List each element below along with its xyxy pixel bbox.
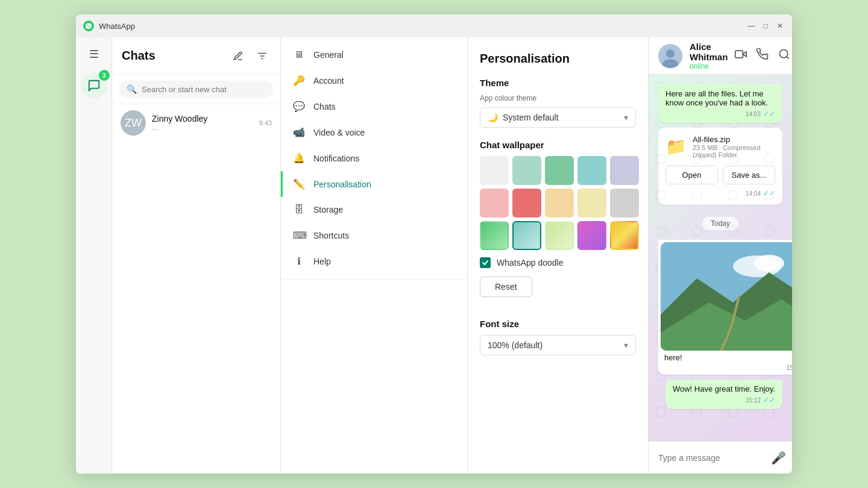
chat-header-icons: [735, 48, 790, 63]
settings-nav-help[interactable]: ℹ Help: [281, 248, 467, 274]
open-file-button[interactable]: Open: [665, 166, 718, 184]
settings-nav-shortcuts[interactable]: ⌨ Shortcuts: [281, 222, 467, 248]
double-tick-sent-icon: ✓✓: [763, 189, 775, 198]
chat-list-body: ZW Zinny Woodley ... 9:43: [112, 104, 280, 474]
wallpaper-swatch-6[interactable]: [480, 189, 509, 217]
settings-nav-general[interactable]: 🖥 General: [281, 42, 467, 67]
wallpaper-swatch-7[interactable]: [512, 189, 541, 217]
message-time: 14:03: [746, 111, 761, 117]
double-tick-2-icon: ✓✓: [763, 396, 775, 404]
list-item[interactable]: ZW Zinny Woodley ... 9:43: [112, 104, 280, 142]
wallpaper-swatch-12[interactable]: [512, 221, 541, 250]
personalisation-panel: Personalisation Theme App colour theme 🌙…: [468, 37, 649, 474]
maximize-button[interactable]: □: [761, 21, 770, 31]
voice-call-icon[interactable]: [756, 48, 769, 63]
chat-header: Alice Whitman online: [649, 37, 792, 75]
message-row-photo: here! 15:06: [658, 240, 782, 375]
chat-list-title: Chats: [122, 49, 156, 63]
chats-icon: 💬: [293, 101, 305, 112]
new-chat-button[interactable]: [230, 48, 247, 64]
microphone-icon[interactable]: 🎤: [771, 451, 786, 465]
doodle-check-row: WhatsApp doodle: [480, 257, 636, 268]
settings-nav: 🖥 General 🔑 Account 💬 Chats 📹 Video & vo…: [281, 37, 467, 280]
svg-line-9: [787, 57, 789, 59]
settings-label-help: Help: [313, 257, 331, 266]
theme-dropdown[interactable]: 🌙 System default ▾: [480, 107, 636, 128]
wallpaper-swatch-9[interactable]: [577, 189, 606, 217]
save-file-button[interactable]: Save as...: [723, 166, 775, 184]
menu-button[interactable]: ☰: [81, 43, 107, 65]
font-dropdown[interactable]: 100% (default) ▾: [480, 335, 636, 355]
file-message-meta: 14:04 ✓✓: [665, 189, 775, 198]
app-title: WhatsApp: [99, 22, 741, 31]
svg-point-8: [780, 50, 788, 58]
settings-nav-storage[interactable]: 🗄 Storage: [281, 197, 467, 222]
wallpaper-swatch-8[interactable]: [545, 189, 574, 217]
wallpaper-swatch-11[interactable]: [480, 221, 509, 250]
settings-nav-notifications[interactable]: 🔔 Notifications: [281, 145, 467, 171]
filter-button[interactable]: [254, 48, 271, 64]
help-icon: ℹ: [293, 255, 305, 267]
video-call-icon[interactable]: [735, 48, 747, 63]
reset-button[interactable]: Reset: [480, 277, 532, 297]
theme-dropdown-value: System default: [503, 113, 559, 122]
doodle-label: WhatsApp doodle: [497, 258, 564, 267]
search-box: 🔍: [119, 81, 273, 98]
file-message-time: 14:04: [746, 190, 761, 197]
font-dropdown-arrow: ▾: [624, 340, 628, 350]
wallpaper-swatch-1[interactable]: [480, 156, 509, 185]
message-bubble-2: Wow! Have great time. Enjoy. 15:12 ✓✓: [665, 380, 782, 409]
settings-nav-account[interactable]: 🔑 Account: [281, 67, 467, 93]
svg-point-4: [666, 49, 675, 58]
window-controls: — □ ✕: [746, 21, 785, 31]
settings-label-notifications: Notifications: [313, 154, 359, 163]
zip-file-icon: 📁: [665, 137, 687, 157]
svg-rect-7: [735, 51, 743, 58]
wallpaper-swatch-4[interactable]: [577, 156, 606, 185]
message-input[interactable]: [658, 453, 764, 463]
avatar: ZW: [121, 110, 146, 136]
search-input[interactable]: [142, 85, 266, 94]
close-button[interactable]: ✕: [775, 21, 785, 31]
settings-label-storage: Storage: [313, 205, 343, 214]
shortcuts-icon: ⌨: [293, 230, 305, 241]
photo-time: 15:06: [787, 364, 792, 371]
date-divider: Today: [658, 217, 782, 230]
chat-list-icons: [230, 48, 271, 64]
photo-meta: 15:06: [664, 364, 792, 371]
wallpaper-swatch-10[interactable]: [610, 189, 639, 217]
search-chat-icon[interactable]: [778, 48, 790, 63]
settings-panel: 🖥 General 🔑 Account 💬 Chats 📹 Video & vo…: [281, 37, 468, 474]
wallpaper-swatch-14[interactable]: [577, 221, 606, 250]
date-pill: Today: [702, 217, 738, 230]
minimize-button[interactable]: —: [746, 21, 756, 31]
wallpaper-swatch-3[interactable]: [545, 156, 574, 185]
settings-label-chats: Chats: [313, 102, 336, 111]
settings-nav-chats[interactable]: 💬 Chats: [281, 93, 467, 119]
file-row: 📁 All-files.zip 23.5 MB · Compressed (zi…: [665, 135, 775, 158]
doodle-checkbox[interactable]: [480, 257, 491, 268]
settings-nav-personalisation[interactable]: ✏️ Personalisation: [281, 171, 467, 197]
settings-nav-video[interactable]: 📹 Video & voice: [281, 119, 467, 145]
wallpaper-section-title: Chat wallpaper: [480, 140, 636, 150]
photo-attachment[interactable]: [661, 242, 792, 351]
file-details: All-files.zip 23.5 MB · Compressed (zipp…: [693, 135, 775, 158]
settings-label-general: General: [313, 50, 344, 60]
chat-list-panel: Chats 🔍 ZW: [112, 37, 281, 474]
chat-nav-item[interactable]: 3: [81, 72, 107, 99]
chat-preview: ...: [152, 124, 253, 132]
storage-icon: 🗄: [293, 204, 305, 215]
settings-label-video: Video & voice: [313, 128, 365, 137]
wallpaper-swatch-13[interactable]: [545, 221, 574, 250]
chat-meta: 9:43: [259, 119, 272, 127]
message-meta: 14:03 ✓✓: [665, 110, 775, 118]
contact-avatar-img: [658, 44, 682, 68]
wallpaper-swatch-5[interactable]: [610, 156, 639, 185]
video-icon: 📹: [293, 127, 305, 138]
contact-status: online: [690, 62, 728, 70]
theme-dropdown-icon: 🌙: [488, 113, 498, 122]
contact-avatar: [658, 44, 682, 68]
wallpaper-swatch-15[interactable]: [610, 221, 639, 250]
file-info: 23.5 MB · Compressed (zipped) Folder: [693, 144, 775, 158]
wallpaper-swatch-2[interactable]: [512, 156, 541, 185]
